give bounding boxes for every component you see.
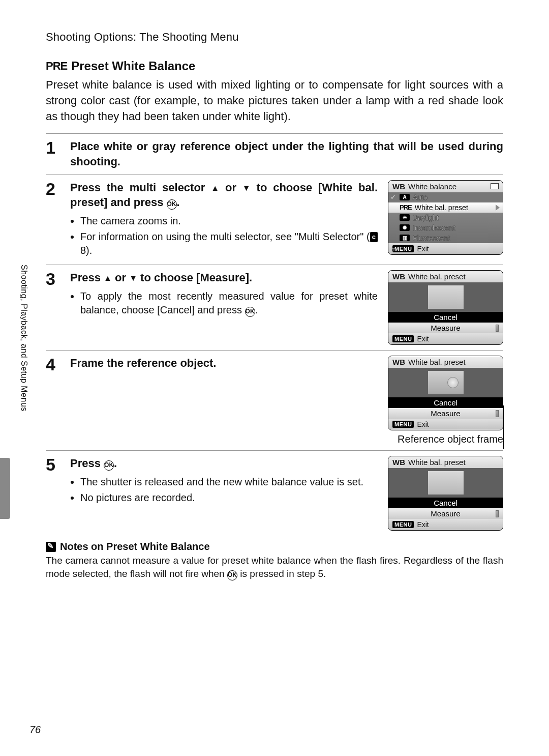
step-1-title: Place white or gray reference object und… bbox=[70, 139, 503, 169]
lcd-options: Cancel Measure bbox=[388, 498, 503, 519]
section-title: PRE Preset White Balance bbox=[46, 59, 503, 73]
lcd-header: WB White balance bbox=[388, 181, 503, 192]
lcd-options: Cancel Measure bbox=[388, 312, 503, 333]
ok-button-icon: OK bbox=[167, 199, 177, 210]
up-triangle-icon: ▲ bbox=[104, 273, 112, 284]
lcd-row-preset-selected: PRE White bal. preset bbox=[388, 202, 503, 213]
intro-paragraph: Preset white balance is used with mixed … bbox=[46, 77, 503, 124]
lcd-option-measure: Measure bbox=[388, 408, 503, 419]
step-number: 4 bbox=[46, 356, 62, 445]
wb-icon: WB bbox=[392, 272, 405, 281]
divider bbox=[46, 350, 503, 351]
step-5: 5 Press OK. The shutter is released and … bbox=[46, 456, 503, 531]
lcd-wb-preset-measure: WB White bal. preset Cancel Measure MENU… bbox=[388, 270, 503, 345]
bullet: For information on using the multi selec… bbox=[80, 230, 378, 257]
lcd-title: White bal. preset bbox=[408, 358, 466, 366]
lcd-option-cancel: Cancel bbox=[388, 312, 503, 323]
battery-icon bbox=[491, 183, 499, 189]
preview-box bbox=[428, 471, 464, 495]
step-number: 3 bbox=[46, 270, 62, 345]
wb-icon: WB bbox=[392, 358, 405, 366]
step-number: 5 bbox=[46, 456, 62, 531]
lcd-row-fluorescent: ▥ Fluorescent bbox=[388, 233, 503, 243]
lcd-option-measure: Measure bbox=[388, 508, 503, 519]
lcd-footer: MENU Exit bbox=[388, 419, 503, 430]
lcd-footer: MENU Exit bbox=[388, 243, 503, 254]
lcd-row-incandescent: ✺ Incandescent bbox=[388, 223, 503, 233]
divider bbox=[46, 175, 503, 175]
lcd-title: White bal. preset bbox=[408, 272, 466, 281]
step-3-title: Press ▲ or ▼ to choose [Measure]. bbox=[70, 270, 378, 285]
wb-icon: WB bbox=[392, 182, 405, 191]
daylight-icon: ☀ bbox=[400, 214, 410, 221]
callout-label: Reference object frame bbox=[388, 433, 503, 445]
lcd-title: White balance bbox=[408, 182, 456, 191]
lcd-footer: MENU Exit bbox=[388, 519, 503, 530]
callout-line bbox=[503, 405, 504, 449]
down-triangle-icon: ▼ bbox=[242, 183, 251, 194]
step-number: 2 bbox=[46, 180, 62, 259]
lcd-header: WB White bal. preset bbox=[388, 456, 503, 468]
page-ref-icon: c bbox=[370, 232, 378, 242]
notes-body: The camera cannot measure a value for pr… bbox=[46, 554, 503, 580]
lcd-option-cancel: Cancel bbox=[388, 498, 503, 508]
lcd-header: WB White bal. preset bbox=[388, 356, 503, 368]
auto-wb-icon: A bbox=[400, 194, 410, 200]
lcd-preview-area bbox=[388, 282, 503, 312]
menu-tag-icon: MENU bbox=[392, 245, 414, 252]
bullet: No pictures are recorded. bbox=[80, 491, 378, 505]
notes-title: Notes on Preset White Balance bbox=[46, 541, 503, 553]
ok-button-icon: OK bbox=[104, 460, 114, 471]
menu-tag-icon: MENU bbox=[392, 335, 414, 342]
lcd-list: A Auto PRE White bal. preset ☀ Daylight … bbox=[388, 192, 503, 243]
lcd-preview-area bbox=[388, 368, 503, 397]
ok-button-icon: OK bbox=[245, 307, 255, 317]
step-3: 3 Press ▲ or ▼ to choose [Measure]. To a… bbox=[46, 270, 503, 345]
bullet: The shutter is released and the new whit… bbox=[80, 475, 378, 489]
lcd-white-balance-menu: WB White balance A Auto PRE White bal. p… bbox=[388, 180, 503, 255]
incandescent-icon: ✺ bbox=[400, 224, 410, 231]
page-number: 76 bbox=[29, 724, 41, 736]
lcd-option-cancel: Cancel bbox=[388, 397, 503, 408]
ok-button-icon: OK bbox=[227, 570, 237, 580]
divider bbox=[46, 265, 503, 265]
pre-icon: PRE bbox=[400, 203, 412, 211]
lcd-preview-area bbox=[388, 468, 503, 498]
lcd-with-callout: WB White bal. preset Cancel Measure MENU… bbox=[388, 356, 503, 445]
pre-icon: PRE bbox=[46, 60, 67, 73]
bullet: To apply the most recently measured valu… bbox=[80, 289, 378, 317]
lcd-header: WB White bal. preset bbox=[388, 271, 503, 282]
notes-box: Notes on Preset White Balance The camera… bbox=[46, 541, 503, 580]
step-4-title: Frame the reference object. bbox=[70, 356, 378, 371]
lcd-options: Cancel Measure bbox=[388, 397, 503, 419]
pencil-icon bbox=[46, 542, 56, 552]
step-2-title: Press the multi selector ▲ or ▼ to choos… bbox=[70, 180, 378, 210]
sidebar-section-label: Shooting, Playback, and Setup Menus bbox=[19, 265, 28, 412]
fluorescent-icon: ▥ bbox=[400, 235, 410, 241]
menu-tag-icon: MENU bbox=[392, 421, 414, 428]
lcd-row-daylight: ☀ Daylight bbox=[388, 213, 503, 223]
divider bbox=[46, 133, 503, 134]
reference-object bbox=[447, 377, 459, 388]
section-title-text: Preset White Balance bbox=[71, 59, 195, 73]
down-triangle-icon: ▼ bbox=[129, 273, 137, 284]
lcd-title: White bal. preset bbox=[408, 458, 466, 467]
lcd-option-measure: Measure bbox=[388, 323, 503, 333]
step-2-bullets: The camera zooms in. For information on … bbox=[70, 214, 378, 257]
step-3-bullets: To apply the most recently measured valu… bbox=[70, 289, 378, 317]
lcd-footer: MENU Exit bbox=[388, 333, 503, 344]
step-5-bullets: The shutter is released and the new whit… bbox=[70, 475, 378, 505]
menu-tag-icon: MENU bbox=[392, 521, 414, 528]
wb-icon: WB bbox=[392, 458, 405, 467]
reference-object-frame bbox=[428, 371, 464, 394]
step-number: 1 bbox=[46, 139, 62, 169]
divider bbox=[46, 450, 503, 451]
step-4: 4 Frame the reference object. WB White b… bbox=[46, 356, 503, 445]
callout-line bbox=[463, 405, 504, 406]
bullet: The camera zooms in. bbox=[80, 214, 378, 228]
breadcrumb: Shooting Options: The Shooting Menu bbox=[46, 31, 503, 44]
step-5-title: Press OK. bbox=[70, 456, 378, 471]
preview-box bbox=[428, 285, 464, 309]
step-2: 2 Press the multi selector ▲ or ▼ to cho… bbox=[46, 180, 503, 259]
step-1: 1 Place white or gray reference object u… bbox=[46, 139, 503, 169]
